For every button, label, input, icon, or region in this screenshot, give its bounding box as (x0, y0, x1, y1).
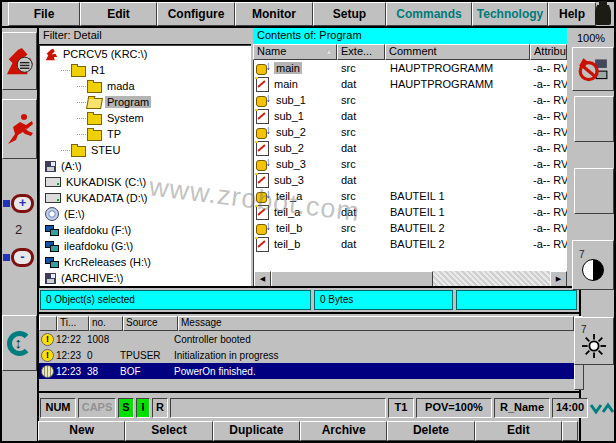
log-row[interactable]: !12:221008Controller booted (39, 331, 574, 347)
file-panel-header: Contents of: Program (253, 28, 567, 45)
file-column-header-comment[interactable]: Comment (385, 44, 530, 60)
tree-item[interactable]: (E:\) (40, 206, 251, 222)
tree-item-label: STEU (89, 144, 122, 156)
tree-item-label: R1 (89, 64, 107, 76)
log-number-cell: 1008 (87, 334, 120, 345)
tree-item[interactable]: STEU (40, 142, 251, 158)
file-row[interactable]: ↓teil_asrcBAUTEIL 1-a-- RV-- (254, 188, 567, 204)
file-name-cell: ↓main (254, 62, 338, 75)
softkey-select[interactable]: Select (125, 421, 212, 441)
tree-item-label: (ARCHIVE:\) (59, 272, 125, 284)
dat-file-icon (256, 141, 269, 156)
file-ext-cell: src (338, 94, 387, 106)
file-row[interactable]: ↓teil_bsrcBAUTEIL 2-a-- RV-- (254, 220, 567, 236)
right-rail-button-blank-1[interactable] (574, 96, 614, 142)
tree-item[interactable]: ileafdoku (F:\) (40, 222, 251, 238)
tree-item[interactable]: PCRCV5 (KRC:\) (40, 46, 251, 62)
file-row[interactable]: maindatHAUPTPROGRAMM-a-- RV-- (254, 76, 567, 92)
run-button[interactable] (2, 99, 37, 159)
tree-item[interactable]: KUKADISK (C:\) (40, 174, 251, 190)
file-row[interactable]: teil_bdatBAUTEIL 2-a-- RV-- (254, 236, 567, 252)
softkey-delete[interactable]: Delete (387, 421, 474, 441)
dat-file-icon (256, 109, 269, 124)
file-row[interactable]: ↓sub_1src-a-- RV-- (254, 92, 567, 108)
log-row[interactable]: !12:230TPUSERInitialization in progress (39, 347, 574, 363)
horizontal-scrollbar[interactable]: ◀ ▶ (253, 271, 567, 286)
softkey-archive[interactable]: Archive (300, 421, 387, 441)
file-row[interactable]: sub_1dat-a-- RV-- (254, 108, 567, 124)
file-name-cell: ↓teil_a (254, 190, 338, 203)
file-row[interactable]: ↓mainsrcHAUPTPROGRAMM-a-- RV-- (254, 60, 567, 76)
log-message-cell: PowerOn finished. (174, 366, 574, 377)
file-name-label: sub_2 (274, 126, 308, 138)
file-name-cell: teil_b (254, 237, 338, 252)
log-message-cell: Initialization in progress (174, 350, 574, 361)
file-ext-cell: dat (338, 142, 387, 154)
tree-item[interactable]: ileafdoku (G:\) (40, 238, 251, 254)
file-row[interactable]: sub_2dat-a-- RV-- (254, 140, 567, 156)
tree-item[interactable]: R1 (40, 62, 251, 78)
softkey-new[interactable]: New (38, 421, 125, 441)
file-name-label: sub_3 (274, 158, 308, 170)
file-name-cell: ↓sub_2 (254, 126, 338, 139)
drives-button[interactable] (2, 32, 37, 90)
log-column-header (39, 316, 57, 331)
scrollbar-track[interactable] (433, 271, 550, 286)
menu-item-help[interactable]: Help (548, 2, 596, 26)
contrast-button[interactable]: 7 (572, 240, 614, 290)
file-name-label: main (274, 62, 302, 74)
file-column-header-attribute[interactable]: Attribute (530, 44, 567, 60)
file-row[interactable]: teil_adatBAUTEIL 1-a-- RV-- (254, 204, 567, 220)
menu-item-edit[interactable]: Edit (80, 2, 157, 26)
file-comment-cell: BAUTEIL 2 (387, 222, 533, 234)
caps-lock-indicator: CAPS (78, 398, 116, 418)
tree-item-label: KUKADATA (D:\) (64, 192, 150, 204)
tree-item[interactable]: mada (40, 78, 251, 94)
file-comment-cell: BAUTEIL 1 (387, 206, 533, 218)
brightness-button[interactable]: 7 (574, 317, 614, 365)
log-row[interactable]: 12:2338BOFPowerOn finished. (39, 363, 574, 379)
plus-key-led (3, 200, 10, 207)
warning-icon: ! (41, 349, 54, 362)
softkey-duplicate[interactable]: Duplicate (213, 421, 300, 441)
menu-bar: FileEditConfigureMonitorSetupCommandsTec… (2, 2, 612, 26)
tree-item[interactable]: System (40, 110, 251, 126)
menu-item-setup[interactable]: Setup (313, 2, 386, 26)
file-comment-cell: HAUPTPROGRAMM (387, 78, 533, 90)
menu-item-file[interactable]: File (8, 2, 80, 26)
tree-item[interactable]: Program (40, 94, 251, 110)
softkey-blank[interactable] (562, 421, 578, 441)
menu-item-technology[interactable]: Technology (472, 2, 548, 26)
window-select-button[interactable]: ↕ (2, 315, 37, 371)
contrast-level: 7 (579, 250, 585, 259)
tree-item[interactable]: KUKADATA (D:\) (40, 190, 251, 206)
file-column-header-name[interactable]: Name▲ (253, 44, 337, 60)
extra-status (456, 290, 577, 310)
tree-connector (77, 86, 86, 87)
file-attribute-cell: -a-- RV-- (533, 110, 567, 122)
krc-gui-window: FileEditConfigureMonitorSetupCommandsTec… (0, 0, 616, 443)
file-row[interactable]: ↓sub_3src-a-- RV-- (254, 156, 567, 172)
status-key-plus[interactable]: + (3, 192, 34, 214)
divider (37, 286, 581, 288)
tree-item[interactable]: (A:\) (40, 158, 251, 174)
menu-item-commands[interactable]: Commands (386, 2, 472, 26)
tree-item[interactable]: KrcReleases (H:\) (40, 254, 251, 270)
override-button[interactable] (572, 47, 614, 91)
log-message-cell: Controller booted (174, 334, 574, 345)
menu-item-monitor[interactable]: Monitor (235, 2, 313, 26)
file-row[interactable]: ↓sub_2src-a-- RV-- (254, 124, 567, 140)
file-row[interactable]: sub_3dat-a-- RV-- (254, 172, 567, 188)
file-column-header-exte[interactable]: Exte... (337, 44, 385, 60)
right-rail-button-blank-2[interactable] (574, 168, 614, 214)
tree-item[interactable]: (ARCHIVE:\) (40, 270, 251, 286)
status-key-minus[interactable]: - (3, 246, 34, 268)
closed-folder-icon (87, 128, 102, 141)
chevron-down-up-icon[interactable] (589, 401, 615, 421)
softkey-edit[interactable]: Edit (475, 421, 562, 441)
tree-item[interactable]: TP (40, 126, 251, 142)
brightness-level: 7 (581, 325, 587, 334)
menu-item-configure[interactable]: Configure (157, 2, 235, 26)
file-attribute-cell: -a-- RV-- (533, 78, 567, 90)
sort-ascending-icon: ▲ (325, 47, 333, 56)
